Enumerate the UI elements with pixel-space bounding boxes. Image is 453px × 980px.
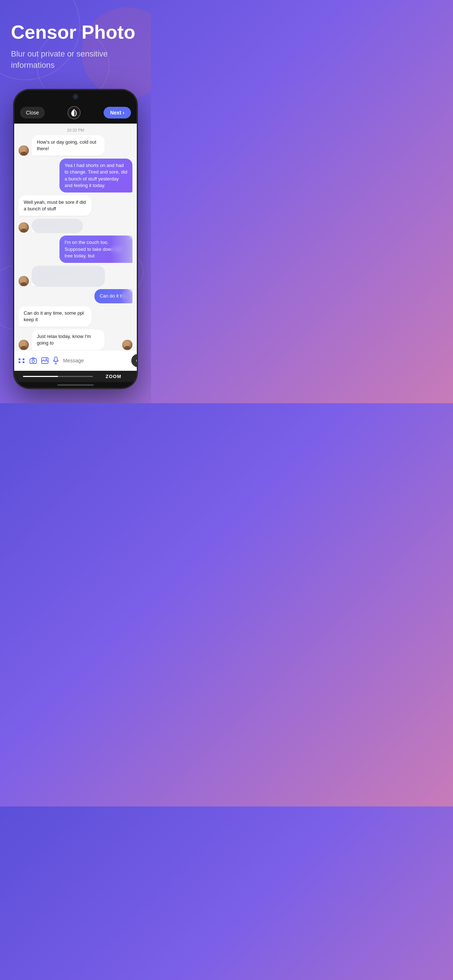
table-row: Daisy and	[19, 219, 132, 232]
home-bar	[57, 384, 94, 386]
zoom-bar: ZOOM	[14, 371, 137, 382]
table-row: Can do it this	[19, 289, 132, 303]
table-row: Yea I had shorts on and had to change. T…	[19, 159, 132, 192]
svg-rect-0	[30, 359, 37, 363]
chat-messages: How's ur day going, cold out there! Yea …	[14, 135, 137, 350]
message-bubble: Can do it any time, some ppl keep it	[19, 306, 91, 327]
message-bubble-blurred: Was just going to ask if u got it down, …	[32, 266, 105, 286]
page-header: Censor Photo Blur out private or sensiti…	[0, 0, 151, 82]
camera-icon[interactable]	[30, 356, 37, 365]
table-row: How's ur day going, cold out there!	[19, 135, 132, 156]
phone-camera	[73, 94, 78, 99]
avatar-right	[122, 340, 132, 350]
message-bubble: How's ur day going, cold out there!	[32, 135, 105, 156]
home-indicator	[14, 382, 137, 388]
table-row: Well yeah, must be sore if did a bunch o…	[19, 196, 132, 216]
message-bubble: Just relax today, know I'm going to	[32, 329, 105, 350]
image-icon[interactable]	[41, 356, 48, 365]
message-bubble: Well yeah, must be sore if did a bunch o…	[19, 196, 91, 216]
phone-container: Close Next › 10:32 PM	[0, 82, 151, 404]
message-bubble: I'm on the couch too. Supposed to take d…	[59, 235, 132, 263]
message-input[interactable]	[63, 358, 127, 363]
table-row: Was just going to ask if u got it down, …	[19, 266, 132, 286]
table-row: I'm on the couch too. Supposed to take d…	[19, 235, 132, 263]
table-row: Can do it any time, some ppl keep it	[19, 306, 132, 327]
zoom-label: ZOOM	[96, 374, 131, 379]
next-button[interactable]: Next ›	[104, 107, 131, 118]
avatar	[19, 340, 29, 350]
contrast-icon[interactable]	[67, 106, 81, 119]
close-button[interactable]: Close	[20, 107, 45, 118]
phone-top-bar	[14, 90, 137, 103]
phone-frame: Close Next › 10:32 PM	[13, 89, 137, 389]
avatar	[19, 145, 29, 156]
phone-bottom-bar: ↺ ↻	[14, 350, 137, 371]
zoom-track[interactable]	[23, 376, 93, 377]
table-row: Just relax today, know I'm going to	[19, 329, 132, 350]
svg-rect-4	[54, 357, 57, 362]
page-subtitle: Blur out private or sensitive informatio…	[11, 48, 140, 71]
svg-point-1	[32, 360, 35, 363]
app-toolbar: Close Next ›	[14, 103, 137, 124]
chat-screen: 10:32 PM How's ur day going, cold out th…	[14, 124, 137, 350]
microphone-icon[interactable]	[53, 356, 59, 365]
message-bubble: Yea I had shorts on and had to change. T…	[59, 159, 132, 192]
undo-button[interactable]: ↺	[131, 354, 137, 367]
avatar	[19, 223, 29, 232]
page-title: Censor Photo	[11, 22, 140, 43]
undo-redo-controls: ↺ ↻	[131, 354, 137, 367]
avatar	[19, 276, 29, 286]
apps-icon[interactable]	[19, 356, 25, 365]
svg-point-3	[46, 358, 47, 360]
message-bubble-blurred: Daisy and	[32, 219, 83, 232]
message-bubble: Can do it this	[94, 289, 132, 303]
chat-timestamp: 10:32 PM	[14, 124, 137, 135]
